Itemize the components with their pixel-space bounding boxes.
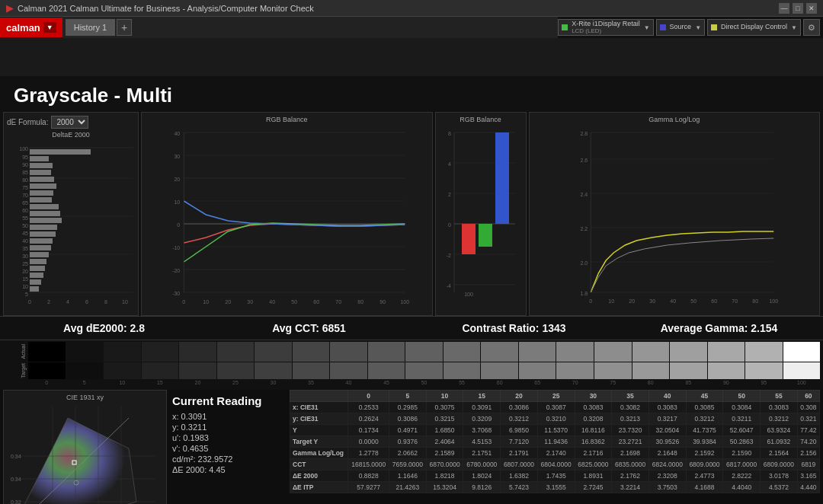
svg-text:40: 40 xyxy=(22,238,28,244)
col-15: 15 xyxy=(463,391,501,402)
table-cell: 1.6382 xyxy=(501,471,538,482)
table-cell: 2.4773 xyxy=(686,471,723,482)
svg-text:80: 80 xyxy=(22,177,28,183)
table-row: Gamma Log/Log1.27782.06622.15892.17512.1… xyxy=(290,448,820,459)
table-cell: 50.2863 xyxy=(723,436,761,448)
row-label: ΔE ITP xyxy=(290,482,348,493)
table-cell: 0.2985 xyxy=(389,402,427,413)
table-cell: 6817.0000 xyxy=(723,459,761,471)
table-cell: 32.0504 xyxy=(648,425,686,436)
table-cell: 1.8024 xyxy=(463,471,501,482)
tab-add-button[interactable]: + xyxy=(117,19,132,36)
logo-dropdown-arrow[interactable]: ▼ xyxy=(43,22,56,33)
svg-text:5: 5 xyxy=(25,292,28,297)
table-cell: 1.7435 xyxy=(537,471,575,482)
table-cell: 7.7120 xyxy=(501,436,538,448)
table-cell: 4.1688 xyxy=(686,482,723,493)
svg-text:0: 0 xyxy=(28,299,31,305)
svg-text:0.34: 0.34 xyxy=(11,454,21,459)
table-cell: 2.1648 xyxy=(648,448,686,459)
table-cell: 3.0178 xyxy=(761,471,798,482)
svg-text:30: 30 xyxy=(247,299,253,305)
svg-text:80: 80 xyxy=(752,298,758,304)
gamma-panel: Gamma Log/Log 2.8 2.6 2.4 2.2 2.0 1.8 0 … xyxy=(529,112,821,316)
reading-v: v': 0.4635 xyxy=(172,444,284,453)
svg-text:0: 0 xyxy=(589,298,592,304)
table-cell: 39.9384 xyxy=(686,436,723,448)
svg-text:100: 100 xyxy=(400,299,409,305)
col-40: 40 xyxy=(648,391,686,402)
table-cell: 0.0000 xyxy=(348,436,389,448)
svg-text:70: 70 xyxy=(335,299,341,305)
target-label: Target xyxy=(21,363,26,378)
svg-rect-34 xyxy=(30,204,59,209)
reading-cd: cd/m²: 232.9572 xyxy=(172,455,284,464)
table-cell: 0.3083 xyxy=(575,402,612,413)
svg-rect-31 xyxy=(30,183,56,189)
svg-text:-4: -4 xyxy=(446,283,450,289)
svg-rect-35 xyxy=(30,211,60,216)
device-1-selector[interactable]: X-Rite i1Display Retail LCD (LED) ▼ xyxy=(558,19,653,36)
table-row: Y0.17340.49711.68503.70686.985011.537016… xyxy=(290,425,820,436)
table-cell: 16.8362 xyxy=(575,436,612,448)
titlebar-title: Calman 2021 Calman Ultimate for Business… xyxy=(18,4,314,13)
table-cell: 0.3215 xyxy=(426,413,463,425)
settings-button[interactable]: ⚙ xyxy=(803,19,820,36)
table-cell: 2.3208 xyxy=(648,471,686,482)
table-cell: 61.0932 xyxy=(761,436,798,448)
svg-rect-40 xyxy=(30,245,51,250)
svg-text:85: 85 xyxy=(22,170,28,175)
table-cell: 1.1646 xyxy=(389,471,427,482)
table-cell: 0.3212 xyxy=(761,413,798,425)
svg-text:-30: -30 xyxy=(172,291,180,296)
actual-label: Actual xyxy=(21,344,26,359)
svg-text:-20: -20 xyxy=(172,268,180,273)
device-3-selector[interactable]: Direct Display Control ▼ xyxy=(707,19,801,36)
row-label: CCT xyxy=(290,459,348,471)
tab-history1[interactable]: History 1 xyxy=(66,19,115,36)
table-cell: 0.9376 xyxy=(389,436,427,448)
svg-text:60: 60 xyxy=(313,299,319,305)
svg-text:10: 10 xyxy=(174,199,180,205)
device-2-indicator xyxy=(660,24,666,30)
table-cell: 0.3087 xyxy=(537,402,575,413)
svg-text:30: 30 xyxy=(22,254,28,259)
table-body: x: CIE310.25330.29850.30750.30910.30860.… xyxy=(290,402,820,493)
table-cell: 6825.0000 xyxy=(575,459,612,471)
svg-rect-38 xyxy=(30,231,56,237)
table-cell: 6870.0000 xyxy=(426,459,463,471)
cie-panel: CIE 1931 xy xyxy=(3,390,167,504)
table-cell: 9.8126 xyxy=(463,482,501,493)
table-cell: 4.5153 xyxy=(463,436,501,448)
table-cell: 0.3083 xyxy=(761,402,798,413)
table-cell: 2.7245 xyxy=(575,482,612,493)
data-table: 0 5 10 15 20 25 30 35 40 45 50 55 60 xyxy=(290,390,820,493)
table-cell: 2.1716 xyxy=(575,448,612,459)
table-cell: 0.3085 xyxy=(686,402,723,413)
table-cell: 15.3204 xyxy=(426,482,463,493)
rgb-balance-chart: 40 30 20 10 0 -10 -20 -30 0 10 20 30 40 … xyxy=(145,125,429,311)
table-cell: 0.321 xyxy=(797,413,819,425)
minimize-button[interactable]: — xyxy=(779,3,789,14)
data-table-panel[interactable]: 0 5 10 15 20 25 30 35 40 45 50 55 60 xyxy=(290,390,820,504)
table-cell: 1.2778 xyxy=(348,448,389,459)
col-35: 35 xyxy=(612,391,649,402)
table-cell: 2.1791 xyxy=(501,448,538,459)
svg-rect-42 xyxy=(30,259,46,264)
gamma-chart: 2.8 2.6 2.4 2.2 2.0 1.8 0 10 20 30 40 50… xyxy=(533,125,817,311)
device-2-selector[interactable]: Source ▼ xyxy=(656,19,705,36)
svg-text:2.6: 2.6 xyxy=(580,158,588,163)
table-cell: 3.7068 xyxy=(463,425,501,436)
titlebar-controls[interactable]: — □ ✕ xyxy=(779,3,817,14)
table-cell: 2.1740 xyxy=(537,448,575,459)
svg-rect-27 xyxy=(30,156,49,161)
table-cell: 0.3075 xyxy=(426,402,463,413)
de-formula-select[interactable]: 2000 xyxy=(51,116,88,129)
close-button[interactable]: ✕ xyxy=(806,3,817,14)
app-icon: ▶ xyxy=(6,3,13,14)
maximize-button[interactable]: □ xyxy=(793,3,803,14)
col-10: 10 xyxy=(426,391,463,402)
svg-rect-43 xyxy=(30,266,45,271)
svg-text:20: 20 xyxy=(225,299,231,305)
table-cell: 4.4040 xyxy=(723,482,761,493)
